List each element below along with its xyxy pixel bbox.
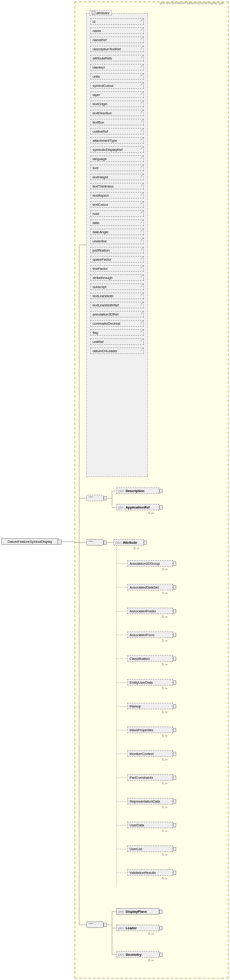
substitution-line [116,546,117,886]
type-container: plm:Ann3DDatumFeatureSymbolDisplayType −… [74,1,229,979]
attr-textLineWidthRef: textLineWidthRef [90,302,144,308]
attr-textLineWidth: textLineWidth [90,293,144,299]
attr-textAspect: textAspect [90,192,144,198]
connector [112,911,116,912]
element-PartConstraints: PartConstraints [127,774,173,781]
connector [107,542,114,543]
connector [116,706,127,707]
cardinality: 0..∞ [162,591,167,594]
cardinality: 0..∞ [162,853,167,856]
cardinality: 0..∞ [162,663,167,666]
connector [116,873,127,873]
attr-id: id [90,18,144,25]
element-attribute: plm:Attribute [114,539,144,546]
element-Annotation3DGroup: Annotation3DGroup [127,560,173,567]
attr-symbolicDisplayRef: symbolicDisplayRef [90,146,144,153]
cardinality: 0..∞ [162,829,167,832]
attr-bold: bold [90,210,144,217]
cardinality: 0..∞ [162,686,167,690]
connector [116,730,127,730]
attr-descriptionTextRef: descriptionTextRef [90,46,144,52]
attr-attributeRefs: attributeRefs [90,55,144,61]
connector [79,245,86,245]
element-MonikerContext: MonikerContext [127,750,173,757]
attr-textHeight: textHeight [90,174,144,180]
connector [116,801,127,802]
sequence [86,539,104,546]
connector [116,754,127,754]
element-Leader: plm:Leader [116,925,159,931]
attr-attachmentType: attachmentType [90,137,144,144]
cardinality: 0..∞ [148,511,154,514]
connector [107,498,112,498]
element-UserData: UserData [127,822,173,828]
attr-blanked: blanked [90,64,144,70]
element-AssociatedForm: AssociatedForm [127,632,173,638]
connector [107,925,112,925]
cardinality: 0..∞ [134,546,139,550]
attr-justification: justification [90,247,144,253]
attr-italic: italic [90,220,144,226]
element-Classification: Classification [127,655,173,662]
sequence [86,921,104,928]
attr-textThickness: textThickness [90,183,144,189]
connector [116,849,127,849]
attr-textDirection: textDirection [90,110,144,116]
attr-textOrigin: textOrigin [90,101,144,107]
attr-language: language [90,155,144,162]
attr-commaAsDecimal: commaAsDecimal [90,320,144,327]
cardinality: 0..∞ [162,734,167,737]
element-DisplayPlane: plm:DisplayPlane [116,908,159,915]
type-label: plm:Ann3DDatumFeatureSymbolDisplayType [160,1,224,5]
connector [116,611,127,611]
element-AssociatedDataSet: AssociatedDataSet [127,584,173,590]
attr-font: font [90,165,144,171]
connector [112,491,116,491]
attr-datumOnLeader: datumOnLeader [90,348,144,354]
attr-textBox: textBox [90,119,144,125]
connector [112,911,112,954]
cardinality: 0..∞ [162,877,167,880]
cardinality: 0..∞ [162,782,167,785]
cardinality: 0..∞ [162,639,167,642]
cardinality: 0..∞ [148,959,154,962]
attr-nameRef: nameRef [90,37,144,43]
element-AssociatedFolder: AssociatedFolder [127,608,173,614]
attr-strikethrough: strikethrough [90,274,144,281]
cardinality: 0..∞ [148,932,154,935]
attr-textColour: textColour [90,201,144,208]
element-ApplicationRef: plm:ApplicationRef [116,504,159,510]
attr-spaceFactor: spaceFactor [90,256,144,262]
attr-annotation3DRef: annotation3DRef [90,311,144,317]
connector [116,635,127,635]
attributes-container: − attributes idnamenameRefdescriptionTex… [86,13,148,477]
element-RepresentationData: RepresentationData [127,798,173,804]
cardinality: 0..∞ [162,805,167,809]
backbone [79,245,79,925]
connector [116,682,127,683]
connector [79,498,86,498]
connector [116,563,127,564]
attr-layer: layer [90,91,144,98]
connector [62,541,74,542]
attr-flag: flag [90,329,144,336]
connector [116,777,127,778]
sequence-optional [86,495,104,501]
connector [116,659,127,659]
attr-name: name [90,27,144,34]
connector [79,925,86,925]
attr-subscript: subscript [90,284,144,290]
element-Description: plm:Description [116,487,159,494]
attr-symbolColour: symbolColour [90,82,144,89]
connector [75,542,79,543]
connector [112,491,112,505]
connector [116,587,127,588]
attr-unitRef: unitRef [90,338,144,345]
cardinality: 0..∞ [162,758,167,761]
attributes-header: − attributes [89,10,112,16]
attr-outlineRef: outlineRef [90,128,144,134]
cardinality: 0..∞ [162,568,167,571]
collapse-icon[interactable]: − [92,11,95,15]
connector [112,954,116,955]
attr-underline: underline [90,238,144,244]
